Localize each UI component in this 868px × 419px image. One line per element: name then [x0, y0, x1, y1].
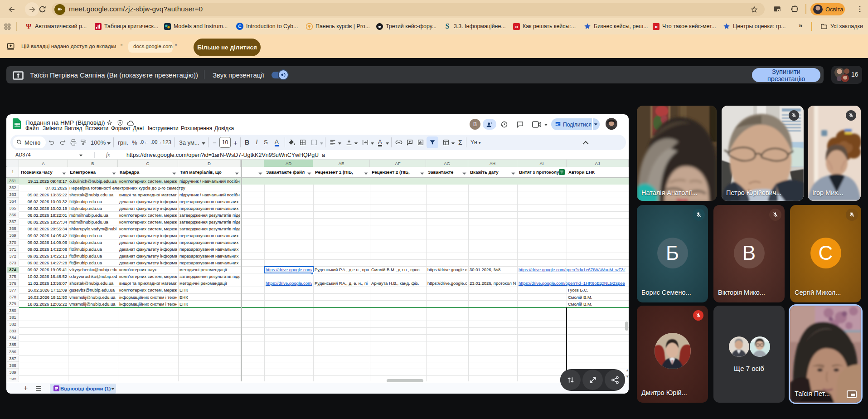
svg-text:»: »: [654, 23, 657, 30]
svg-text:»: »: [514, 23, 518, 30]
svg-text:C: C: [238, 24, 241, 29]
